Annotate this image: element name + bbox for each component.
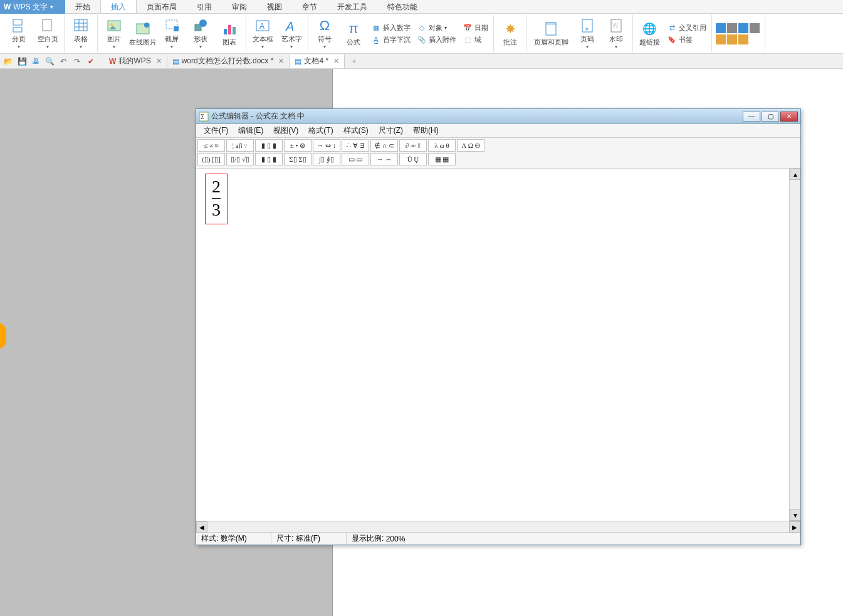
symbol-button[interactable]: Ω符号▾ [312, 16, 337, 51]
object-button[interactable]: ◇对象▾ [416, 22, 458, 33]
eq-tool-r2-0[interactable]: (▯) [▯] [197, 153, 225, 165]
maximize-button[interactable]: ▢ [762, 112, 779, 122]
eq-menu-view[interactable]: 视图(V) [268, 124, 303, 137]
tab-dev-tools[interactable]: 开发工具 [327, 0, 377, 13]
check-icon[interactable]: ✔ [85, 56, 97, 67]
online-picture-button[interactable]: 在线图片 [130, 16, 155, 51]
misc-icon-4[interactable] [750, 23, 760, 33]
tab-references[interactable]: 引用 [187, 0, 222, 13]
scroll-down-icon[interactable]: ▼ [790, 509, 800, 521]
page-break-button[interactable]: 分页 ▾ [6, 16, 31, 51]
chevron-down-icon: ▾ [199, 44, 202, 50]
shapes-button[interactable]: 形状▾ [188, 16, 213, 51]
print-preview-icon[interactable]: 🔍 [44, 56, 55, 67]
misc-icon-1[interactable] [716, 23, 726, 33]
eq-menu-file[interactable]: 文件(F) [199, 124, 233, 137]
side-handle-icon[interactable] [0, 323, 6, 349]
hyperlink-button[interactable]: 🌐超链接 [637, 16, 662, 51]
minimize-button[interactable]: — [743, 112, 760, 122]
eq-numerator[interactable]: 2 [212, 177, 221, 197]
eq-tool-r2-2[interactable]: ▮ ▯ ▮ [255, 153, 283, 165]
add-tab-icon[interactable]: ＋ [348, 56, 360, 67]
doc-tab-mywps[interactable]: W 我的WPS ✕ [104, 55, 167, 68]
ribbon-insert: 分页 ▾ 空白页 ▾ 表格 ▾ 图片▾ 在线图片 截屏▾ 形状▾ 图表 A文本框… [0, 14, 843, 54]
picture-button[interactable]: 图片▾ [102, 16, 127, 51]
eq-tool-r1-3[interactable]: ± • ⊗ [284, 139, 312, 152]
comment-button[interactable]: ✸批注 [498, 16, 523, 51]
title-dropdown-icon[interactable]: ▾ [50, 4, 53, 10]
eq-tool-r2-6[interactable]: → ↔ [370, 153, 398, 165]
chart-button[interactable]: 图表 [217, 16, 242, 51]
eq-canvas[interactable]: 2 3 ▲ ▼ [196, 169, 800, 521]
eq-menu-style[interactable]: 样式(S) [338, 124, 374, 137]
tab-special[interactable]: 特色功能 [377, 0, 427, 13]
watermark-button[interactable]: W水印▾ [604, 16, 629, 51]
save-icon[interactable]: 💾 [16, 56, 28, 67]
page-number-button[interactable]: #页码▾ [575, 16, 600, 51]
eq-fraction[interactable]: 2 3 [205, 174, 228, 224]
eq-titlebar[interactable]: Σ 公式编辑器 - 公式在 文档 中 — ▢ ✕ [196, 109, 800, 124]
eq-tool-r2-3[interactable]: Σ▯ Σ▯ [284, 153, 312, 165]
scroll-right-icon[interactable]: ▶ [789, 521, 800, 533]
field-button[interactable]: ⬚域 [461, 34, 490, 45]
eq-menu-help[interactable]: 帮助(H) [408, 124, 444, 137]
tab-view[interactable]: 视图 [257, 0, 292, 13]
word-doc-icon: ▤ [295, 57, 301, 66]
eq-tool-r1-6[interactable]: ∉ ∩ ⊂ [370, 139, 398, 152]
print-icon[interactable]: 🖶 [30, 56, 41, 67]
wordart-button[interactable]: A艺术字▾ [279, 16, 304, 51]
eq-horizontal-scrollbar[interactable]: ◀ ▶ [196, 521, 800, 532]
scroll-up-icon[interactable]: ▲ [790, 169, 800, 180]
redo-icon[interactable]: ↷ [71, 56, 83, 67]
tab-start[interactable]: 开始 [65, 0, 100, 13]
eq-tool-r1-2[interactable]: ▮ ▯ ▮ [255, 139, 283, 152]
scroll-left-icon[interactable]: ◀ [196, 521, 207, 533]
textbox-button[interactable]: A文本框▾ [250, 16, 275, 51]
drop-cap-button[interactable]: A̲首字下沉 [370, 34, 412, 45]
insert-number-button[interactable]: ▦插入数字 [370, 22, 412, 33]
attachment-button[interactable]: 📎插入附件 [416, 34, 458, 45]
eq-vertical-scrollbar[interactable]: ▲ ▼ [789, 169, 800, 521]
header-footer-button[interactable]: 页眉和页脚 [531, 16, 571, 51]
table-button[interactable]: 表格 ▾ [68, 16, 93, 51]
undo-icon[interactable]: ↶ [58, 56, 69, 67]
date-button[interactable]: 📅日期 [461, 22, 490, 33]
eq-tool-r1-4[interactable]: → ⇔ ↓ [313, 139, 340, 152]
eq-tool-r1-8[interactable]: λ ω θ [428, 139, 456, 152]
misc-icon-5[interactable] [716, 34, 726, 44]
eq-denominator[interactable]: 3 [212, 200, 221, 220]
screenshot-button[interactable]: 截屏▾ [159, 16, 184, 51]
tab-review[interactable]: 审阅 [222, 0, 257, 13]
blank-page-button[interactable]: 空白页 ▾ [35, 16, 60, 51]
bookmark-button[interactable]: 🔖书签 [666, 34, 708, 45]
tab-chapter[interactable]: 章节 [292, 0, 327, 13]
equation-button[interactable]: π公式 [341, 16, 366, 51]
eq-tool-r2-4[interactable]: ∫▯ ∮▯ [313, 153, 340, 165]
eq-tool-r2-1[interactable]: ▯/▯ √▯ [226, 153, 254, 165]
tab-insert[interactable]: 插入 [100, 0, 137, 13]
eq-menu-format[interactable]: 格式(T) [303, 124, 338, 137]
close-icon[interactable]: ✕ [278, 57, 284, 65]
close-icon[interactable]: ✕ [333, 57, 339, 65]
doc-tab-doc4[interactable]: ▤ 文档4 * ✕ [290, 55, 345, 68]
eq-tool-r2-5[interactable]: ▭ ▭ [342, 153, 369, 165]
misc-icon-2[interactable] [727, 23, 737, 33]
misc-icon-7[interactable] [738, 34, 748, 44]
close-button[interactable]: ✕ [780, 112, 798, 122]
tab-page-layout[interactable]: 页面布局 [137, 0, 187, 13]
eq-menu-edit[interactable]: 编辑(E) [233, 124, 268, 137]
doc-tab-word-fraction[interactable]: ▤ word文档怎么打分数.docx * ✕ [167, 55, 290, 68]
eq-tool-r1-7[interactable]: ∂ ∞ ℓ [399, 139, 427, 152]
eq-tool-r2-7[interactable]: Ū Ų [399, 153, 427, 165]
eq-menu-size[interactable]: 尺寸(Z) [374, 124, 408, 137]
misc-icon-3[interactable] [738, 23, 748, 33]
eq-tool-r1-0[interactable]: ≤ ≠ ≈ [197, 139, 225, 152]
eq-tool-r2-8[interactable]: ▦ ▦ [428, 153, 456, 165]
close-icon[interactable]: ✕ [156, 57, 162, 65]
cross-ref-button[interactable]: ⇄交叉引用 [666, 22, 708, 33]
open-icon[interactable]: 📂 [3, 56, 14, 67]
misc-icon-6[interactable] [727, 34, 737, 44]
eq-tool-r1-9[interactable]: Λ Ω Θ [457, 139, 484, 152]
eq-tool-r1-5[interactable]: ∴ ∀ ∃ [342, 139, 369, 152]
eq-tool-r1-1[interactable]: ¦ aꞵ ∵ [226, 139, 254, 152]
